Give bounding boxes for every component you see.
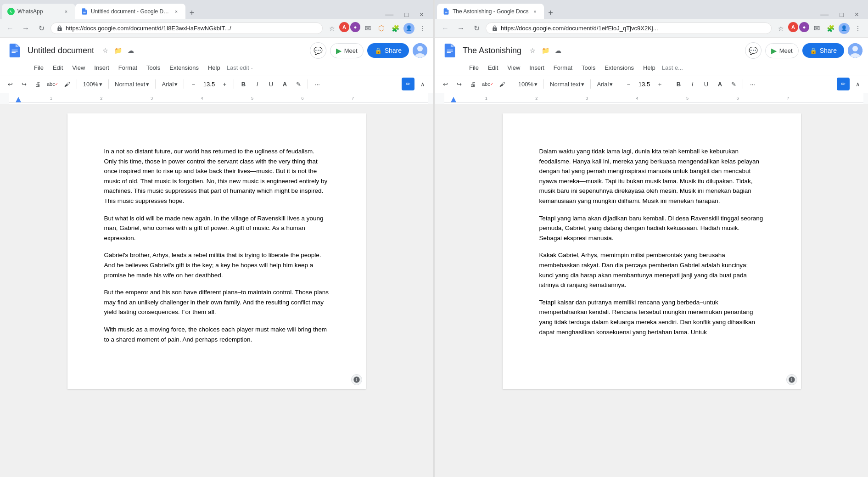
- underline-btn-right[interactable]: U: [700, 78, 712, 90]
- italic-btn-left[interactable]: I: [251, 78, 263, 90]
- share-btn-right[interactable]: 🔒 Share: [802, 43, 844, 58]
- bold-btn-left[interactable]: B: [237, 78, 250, 90]
- forward-btn-right[interactable]: →: [454, 22, 467, 35]
- spellcheck-btn-left[interactable]: abc✓: [45, 78, 60, 90]
- menu-format-right[interactable]: Format: [549, 62, 577, 73]
- ext3-icon-right[interactable]: ✉: [810, 22, 823, 35]
- share-btn-left[interactable]: 🔒 Share: [367, 43, 409, 58]
- spellcheck-btn-right[interactable]: abc✓: [480, 78, 495, 90]
- style-dropdown-right[interactable]: Normal text ▾: [547, 79, 588, 89]
- menu-format-left[interactable]: Format: [114, 62, 142, 73]
- close-btn-right[interactable]: ×: [851, 11, 862, 19]
- tab-gdoc2[interactable]: The Astonishing - Google Docs ×: [437, 4, 544, 19]
- maximize-btn-right[interactable]: □: [836, 11, 847, 18]
- bold-btn-right[interactable]: B: [672, 78, 685, 90]
- tab-whatsapp[interactable]: WhatsApp ×: [2, 4, 75, 19]
- minimize-btn-left[interactable]: —: [381, 10, 397, 19]
- font-increase-right[interactable]: +: [653, 78, 666, 90]
- undo-btn-left[interactable]: ↩: [4, 78, 17, 90]
- edit-icon-left[interactable]: ✏: [402, 78, 414, 90]
- font-color-btn-right[interactable]: A: [713, 78, 726, 90]
- font-decrease-left[interactable]: −: [187, 78, 200, 90]
- meet-btn-left[interactable]: ▶ Meet: [330, 43, 364, 58]
- highlight-btn-left[interactable]: ✎: [292, 78, 305, 90]
- font-color-btn-left[interactable]: A: [278, 78, 291, 90]
- more-icon-right[interactable]: ⋮: [851, 22, 864, 35]
- font-increase-left[interactable]: +: [218, 78, 231, 90]
- menu-extensions-right[interactable]: Extensions: [600, 62, 638, 73]
- ext2-icon-right[interactable]: ●: [799, 22, 809, 32]
- undo-btn-right[interactable]: ↩: [439, 78, 452, 90]
- print-btn-left[interactable]: 🖨: [31, 78, 44, 90]
- menu-tools-right[interactable]: Tools: [577, 62, 600, 73]
- minimize-btn-right[interactable]: —: [817, 10, 832, 19]
- zoom-dropdown-right[interactable]: 100% ▾: [515, 79, 541, 89]
- zoom-dropdown-left[interactable]: 100% ▾: [80, 79, 106, 89]
- style-dropdown-left[interactable]: Normal text ▾: [112, 79, 152, 89]
- menu-help-right[interactable]: Help: [638, 62, 660, 73]
- menu-extensions-left[interactable]: Extensions: [165, 62, 203, 73]
- cloud-btn-right[interactable]: ☁: [553, 45, 564, 56]
- ext4-icon-left[interactable]: ⬡: [375, 22, 388, 35]
- star-btn-left[interactable]: ☆: [100, 45, 111, 56]
- meet-btn-right[interactable]: ▶ Meet: [765, 43, 799, 58]
- menu-help-left[interactable]: Help: [203, 62, 225, 73]
- underline-btn-left[interactable]: U: [264, 78, 277, 90]
- menu-tools-left[interactable]: Tools: [142, 62, 165, 73]
- profile-icon-right[interactable]: 👤: [838, 22, 851, 35]
- comment-btn-right[interactable]: 💬: [745, 42, 762, 59]
- new-tab-button-left[interactable]: +: [185, 6, 198, 19]
- avatar-right[interactable]: [848, 43, 862, 58]
- tab-gdoc1[interactable]: Untitled document - Google Doc... ×: [75, 4, 185, 19]
- menu-file-left[interactable]: File: [29, 62, 48, 73]
- tab-gdoc1-close[interactable]: ×: [173, 8, 180, 15]
- folder-btn-right[interactable]: 📁: [540, 45, 551, 56]
- back-btn-left[interactable]: ←: [4, 22, 17, 35]
- puzzle-icon-right[interactable]: 🧩: [824, 22, 837, 35]
- font-dropdown-right[interactable]: Arial ▾: [594, 79, 616, 89]
- bookmark-icon-right[interactable]: ☆: [774, 22, 787, 35]
- menu-edit-left[interactable]: Edit: [48, 62, 67, 73]
- more-btn-left[interactable]: ···: [311, 78, 324, 90]
- star-btn-right[interactable]: ☆: [527, 45, 538, 56]
- menu-file-right[interactable]: File: [465, 62, 483, 73]
- extensions-icon-left[interactable]: A: [339, 22, 349, 32]
- font-dropdown-left[interactable]: Arial ▾: [158, 79, 181, 89]
- paint-btn-right[interactable]: 🖌: [496, 78, 509, 90]
- folder-btn-left[interactable]: 📁: [112, 45, 123, 56]
- font-decrease-right[interactable]: −: [622, 78, 635, 90]
- forward-btn-left[interactable]: →: [19, 22, 32, 35]
- comment-btn-left[interactable]: 💬: [310, 42, 326, 59]
- puzzle-icon-left[interactable]: 🧩: [389, 22, 402, 35]
- profile-icon-left[interactable]: 👤: [403, 22, 415, 35]
- collapse-btn-left[interactable]: ∧: [416, 78, 429, 90]
- reload-btn-left[interactable]: ↻: [35, 22, 48, 35]
- new-tab-button-right[interactable]: +: [544, 6, 557, 19]
- cloud-btn-left[interactable]: ☁: [125, 45, 136, 56]
- url-bar-right[interactable]: https://docs.google.com/document/d/1eifE…: [486, 22, 772, 34]
- menu-insert-left[interactable]: Insert: [90, 62, 114, 73]
- italic-btn-right[interactable]: I: [686, 78, 699, 90]
- more-btn-right[interactable]: ···: [746, 78, 759, 90]
- print-btn-right[interactable]: 🖨: [466, 78, 479, 90]
- menu-edit-right[interactable]: Edit: [483, 62, 503, 73]
- avatar-left[interactable]: [413, 43, 427, 58]
- right-scroll-indicator[interactable]: [786, 374, 797, 385]
- close-btn-left[interactable]: ×: [416, 11, 427, 19]
- bookmark-icon-left[interactable]: ☆: [325, 22, 338, 35]
- collapse-btn-right[interactable]: ∧: [851, 78, 864, 90]
- tab-gdoc2-close[interactable]: ×: [531, 8, 538, 15]
- tab-whatsapp-close[interactable]: ×: [62, 8, 70, 15]
- left-scroll-indicator[interactable]: [351, 374, 362, 385]
- highlight-btn-right[interactable]: ✎: [727, 78, 740, 90]
- redo-btn-left[interactable]: ↪: [17, 78, 30, 90]
- ext3-icon-left[interactable]: ✉: [361, 22, 374, 35]
- menu-view-left[interactable]: View: [67, 62, 90, 73]
- menu-view-right[interactable]: View: [503, 62, 525, 73]
- edit-icon-right[interactable]: ✏: [837, 78, 850, 90]
- more-icon-left[interactable]: ⋮: [416, 22, 429, 35]
- reload-btn-right[interactable]: ↻: [470, 22, 483, 35]
- extensions-icon-right[interactable]: A: [788, 22, 798, 32]
- back-btn-right[interactable]: ←: [439, 22, 452, 35]
- url-bar-left[interactable]: https://docs.google.com/document/d/1I8E3…: [50, 22, 323, 34]
